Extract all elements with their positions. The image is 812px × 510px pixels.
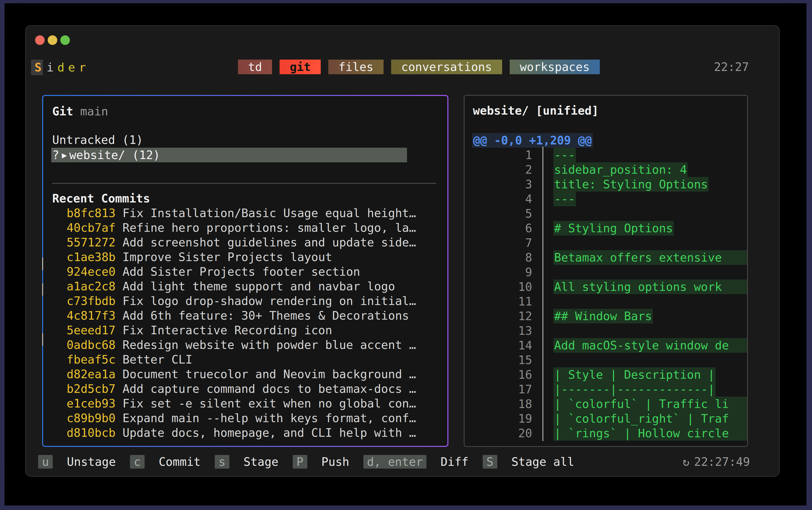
git-panel-title: Git main <box>52 104 108 119</box>
diff-line-number: 4 <box>464 192 532 206</box>
commit-hash: e1ceb93 <box>67 397 116 410</box>
diff-added-text: Add macOS-style window de <box>553 338 747 353</box>
shortcut-key-push[interactable]: P <box>293 455 307 469</box>
untracked-section-header: Untracked (1) <box>52 133 143 147</box>
window-controls <box>35 35 70 45</box>
commit-hash: b2d5cb7 <box>67 382 116 396</box>
commit-row[interactable]: 0adbc68 Redesign website with powder blu… <box>43 338 447 352</box>
diff-line: 13 <box>464 323 747 338</box>
commit-row[interactable]: d810bcb Update docs, homepage, and CLI h… <box>43 425 447 440</box>
diff-added-text: Betamax offers extensive <box>553 250 747 265</box>
logo-letter: r <box>79 60 86 75</box>
scroll-indicator-tick <box>42 333 43 346</box>
git-branch-label: main <box>80 105 108 118</box>
commit-row[interactable]: b2d5cb7 Add capture command docs to beta… <box>43 381 447 396</box>
section-divider <box>52 183 436 183</box>
tab-conversations[interactable]: conversations <box>391 60 502 74</box>
commit-hash: a1ac2c8 <box>67 280 116 293</box>
commit-list: b8fc813 Fix Installation/Basic Usage equ… <box>43 206 447 440</box>
commit-message: Improve Sister Projects layout <box>116 250 332 264</box>
diff-added-text: |-------|-------------| <box>553 382 716 397</box>
commit-hash: 5eeed17 <box>67 323 116 337</box>
commit-row[interactable]: a1ac2c8 Add light theme support and navb… <box>43 279 447 294</box>
commit-row[interactable]: b8fc813 Fix Installation/Basic Usage equ… <box>43 206 447 220</box>
commit-row[interactable]: e1ceb93 Fix set -e silent exit when no g… <box>43 396 447 411</box>
tab-git[interactable]: git <box>279 60 321 74</box>
tab-files[interactable]: files <box>328 60 383 74</box>
diff-line: 5 <box>464 206 747 221</box>
commit-row[interactable]: fbeaf5c Better CLI <box>43 352 447 367</box>
diff-panel-title: website/ [unified] <box>473 103 599 118</box>
traffic-light-close-button[interactable] <box>35 35 45 45</box>
untracked-entry-name: website/ (12) <box>69 148 160 162</box>
diff-line: 4--- <box>464 192 747 206</box>
commit-row[interactable]: 4c817f3 Add 6th feature: 30+ Themes & De… <box>43 308 447 323</box>
diff-added-text: title: Styling Options <box>553 177 709 192</box>
commit-row[interactable]: 924ece0 Add Sister Projects footer secti… <box>43 264 447 279</box>
commit-row[interactable]: 40cb7af Refine hero proportions: smaller… <box>43 220 447 235</box>
diff-line: 7 <box>464 235 747 250</box>
commit-message: Fix Installation/Basic Usage equal heigh… <box>116 206 416 220</box>
diff-line-number: 16 <box>464 367 532 382</box>
diff-line: 10All styling options work <box>464 280 747 294</box>
diff-added-text: ## Window Bars <box>553 309 653 323</box>
refresh-time: 22:27:49 <box>694 454 750 469</box>
untracked-status-char: ? <box>52 148 59 162</box>
terminal-window: Sider tdgitfilesconversationsworkspaces … <box>25 25 780 477</box>
shortcut-key-diff[interactable]: d, enter <box>363 455 426 469</box>
commit-hash: 40cb7af <box>67 221 116 234</box>
diff-line: 19| `colorful_right` | Traf <box>464 411 747 426</box>
commit-hash: d810bcb <box>67 426 116 440</box>
expand-triangle-icon: ▶ <box>62 150 67 160</box>
shortcut-key-commit[interactable]: c <box>130 455 145 469</box>
commit-row[interactable]: 5571272 Add screenshot guidelines and up… <box>43 235 447 250</box>
commit-row[interactable]: d82ea1a Document truecolor and Neovim ba… <box>43 367 447 381</box>
diff-line-number: 8 <box>464 250 532 265</box>
diff-added-text: sidebar_position: 4 <box>553 162 688 177</box>
diff-line-number: 7 <box>464 235 532 250</box>
diff-line-number: 18 <box>464 397 532 411</box>
diff-line: 2sidebar_position: 4 <box>464 162 747 177</box>
shortcut-key-stage[interactable]: s <box>215 455 229 469</box>
shortcut-key-stage-all[interactable]: S <box>483 455 497 469</box>
traffic-light-minimize-button[interactable] <box>48 35 57 45</box>
diff-line-number: 6 <box>464 221 532 235</box>
commit-message: Update docs, homepage, and CLI help with… <box>116 426 416 440</box>
diff-line-number: 11 <box>464 294 532 309</box>
tab-bar: tdgitfilesconversationsworkspaces <box>238 60 600 74</box>
diff-added-text: | `colorful` | Traffic li <box>553 397 747 411</box>
scroll-indicator-tick <box>42 257 43 270</box>
commit-message: Add screenshot guidelines and update sid… <box>116 235 416 249</box>
diff-line-number: 10 <box>464 280 532 294</box>
tab-workspaces[interactable]: workspaces <box>510 60 600 74</box>
diff-line-number: 3 <box>464 177 532 192</box>
commit-hash: d82ea1a <box>67 367 116 381</box>
commit-row[interactable]: c1ae38b Improve Sister Projects layout <box>43 250 447 264</box>
diff-line: 6# Styling Options <box>464 221 747 235</box>
git-panel-body: Git main Untracked (1) ?▶website/ (12) R… <box>43 96 447 446</box>
commit-message: Document truecolor and Neovim background… <box>116 367 416 381</box>
refresh-timestamp: ↻22:27:49 <box>683 454 750 469</box>
commit-row[interactable]: 5eeed17 Fix Interactive Recording icon <box>43 323 447 338</box>
commit-row[interactable]: c73fbdb Fix logo drop-shadow rendering o… <box>43 294 447 308</box>
diff-added-text: # Styling Options <box>553 221 674 235</box>
traffic-light-maximize-button[interactable] <box>60 35 70 45</box>
diff-line-number: 17 <box>464 382 532 397</box>
commit-message: Add light theme support and navbar logo <box>116 280 395 293</box>
diff-line: 8Betamax offers extensive <box>464 250 747 265</box>
logo-letter: e <box>68 60 75 75</box>
diff-line: 1--- <box>464 148 747 162</box>
commit-row[interactable]: c89b9b0 Expand main --help with keys for… <box>43 411 447 425</box>
shortcut-key-unstage[interactable]: u <box>38 455 53 469</box>
commit-message: Fix set -e silent exit when no global co… <box>116 397 416 410</box>
logo-letter: i <box>47 60 54 75</box>
tab-td[interactable]: td <box>238 60 272 74</box>
commit-message: Add Sister Projects footer section <box>116 265 360 279</box>
commit-message: Better CLI <box>116 353 192 366</box>
untracked-entry-selected[interactable]: ?▶website/ (12) <box>51 148 407 162</box>
diff-line-number: 19 <box>464 411 532 426</box>
scroll-indicator-tick <box>42 283 43 296</box>
shortcut-label: Stage all <box>511 454 574 469</box>
commit-hash: 924ece0 <box>67 265 116 279</box>
diff-line-number: 5 <box>464 206 532 221</box>
